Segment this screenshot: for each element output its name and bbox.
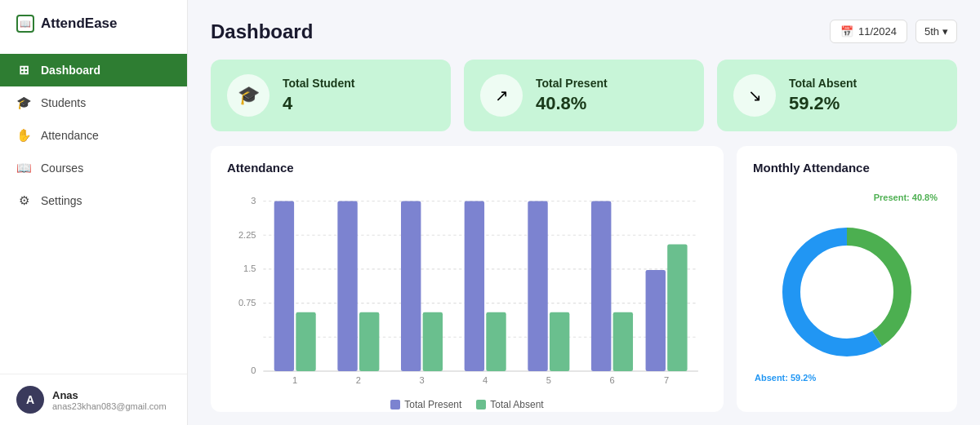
grade-select[interactable]: 5th ▾ bbox=[915, 20, 957, 43]
svg-rect-15 bbox=[359, 312, 379, 371]
bar-chart-area: 3 2.25 1.5 0.75 0 1 2 3 bbox=[227, 183, 707, 394]
total-absent-label: Total Absent bbox=[789, 77, 857, 90]
svg-rect-11 bbox=[274, 201, 294, 371]
stat-card-total-absent: ↘ Total Absent 59.2% bbox=[717, 60, 957, 131]
svg-text:3: 3 bbox=[251, 196, 256, 206]
user-email: anas23khan083@gmail.com bbox=[52, 401, 167, 411]
sidebar-item-settings-label: Settings bbox=[41, 194, 82, 207]
total-present-label: Total Present bbox=[536, 77, 608, 90]
sidebar-item-students-label: Students bbox=[41, 96, 86, 109]
chevron-down-icon: ▾ bbox=[942, 25, 948, 38]
courses-icon: 📖 bbox=[16, 161, 31, 175]
chart-legend: Total Present Total Absent bbox=[227, 399, 707, 410]
legend-absent-swatch bbox=[476, 400, 486, 410]
svg-rect-29 bbox=[646, 270, 666, 371]
grade-value: 5th bbox=[924, 25, 939, 38]
bar-chart-title: Attendance bbox=[227, 161, 707, 175]
svg-rect-21 bbox=[486, 312, 506, 371]
total-student-label: Total Student bbox=[283, 77, 354, 90]
date-button[interactable]: 📅 11/2024 bbox=[830, 20, 907, 43]
svg-text:2.25: 2.25 bbox=[238, 230, 256, 240]
total-present-icon-wrap: ↗ bbox=[480, 74, 523, 117]
total-present-text: Total Present 40.8% bbox=[536, 77, 608, 114]
legend-present-swatch bbox=[390, 400, 400, 410]
svg-text:2: 2 bbox=[356, 375, 361, 385]
date-value: 11/2024 bbox=[858, 25, 897, 38]
legend-present-label: Total Present bbox=[404, 399, 461, 410]
donut-chart-svg bbox=[773, 219, 920, 365]
sidebar-item-settings[interactable]: ⚙ Settings bbox=[0, 184, 187, 217]
attendance-bar-chart-card: Attendance 3 2.25 1.5 0.75 0 bbox=[211, 146, 724, 412]
total-absent-icon-wrap: ↘ bbox=[733, 74, 776, 117]
svg-rect-12 bbox=[296, 312, 315, 371]
svg-text:5: 5 bbox=[546, 375, 551, 385]
svg-rect-17 bbox=[401, 201, 421, 371]
sidebar-item-students[interactable]: 🎓 Students bbox=[0, 86, 187, 119]
sidebar-item-attendance-label: Attendance bbox=[41, 129, 99, 142]
sidebar-item-attendance[interactable]: ✋ Attendance bbox=[0, 119, 187, 152]
sidebar-item-courses-label: Courses bbox=[41, 162, 83, 175]
sidebar-item-dashboard-label: Dashboard bbox=[41, 64, 100, 77]
page-title: Dashboard bbox=[211, 20, 313, 43]
attendance-icon: ✋ bbox=[16, 128, 31, 143]
sidebar: 📖 AttendEase ⊞ Dashboard 🎓 Students ✋ At… bbox=[0, 0, 188, 425]
svg-text:7: 7 bbox=[664, 375, 669, 385]
dashboard-icon: ⊞ bbox=[16, 63, 31, 77]
trending-down-icon: ↘ bbox=[748, 86, 762, 105]
total-absent-value: 59.2% bbox=[789, 93, 857, 114]
total-present-value: 40.8% bbox=[536, 93, 608, 114]
total-student-value: 4 bbox=[283, 93, 354, 114]
bottom-row: Attendance 3 2.25 1.5 0.75 0 bbox=[211, 146, 957, 412]
page-header: Dashboard 📅 11/2024 5th ▾ bbox=[211, 20, 957, 43]
stat-card-total-present: ↗ Total Present 40.8% bbox=[464, 60, 704, 131]
user-info: Anas anas23khan083@gmail.com bbox=[52, 389, 167, 411]
svg-rect-23 bbox=[528, 201, 547, 371]
svg-text:1.5: 1.5 bbox=[243, 263, 256, 273]
svg-text:4: 4 bbox=[483, 375, 488, 385]
svg-text:0.75: 0.75 bbox=[238, 298, 256, 308]
app-name: AttendEase bbox=[41, 15, 118, 32]
svg-rect-24 bbox=[550, 312, 569, 371]
main-content: Dashboard 📅 11/2024 5th ▾ 🎓 Total Studen… bbox=[188, 0, 980, 425]
svg-rect-30 bbox=[667, 244, 687, 370]
svg-text:3: 3 bbox=[419, 375, 424, 385]
svg-text:1: 1 bbox=[292, 375, 297, 385]
donut-label-absent: Absent: 59.2% bbox=[755, 373, 816, 383]
legend-absent-label: Total Absent bbox=[490, 399, 543, 410]
svg-rect-18 bbox=[423, 312, 443, 371]
user-profile: A Anas anas23khan083@gmail.com bbox=[0, 374, 187, 425]
bar-chart-svg: 3 2.25 1.5 0.75 0 1 2 3 bbox=[227, 183, 707, 394]
svg-rect-14 bbox=[337, 201, 357, 371]
donut-chart-area: Present: 40.8% Absent: 59.2% bbox=[753, 183, 941, 401]
legend-present: Total Present bbox=[390, 399, 461, 410]
trending-up-icon: ↗ bbox=[495, 86, 509, 105]
avatar: A bbox=[16, 386, 44, 414]
monthly-attendance-card: Monthly Attendance Present: 40.8% Absent… bbox=[737, 146, 957, 412]
app-logo: 📖 AttendEase bbox=[0, 0, 187, 47]
legend-absent: Total Absent bbox=[476, 399, 543, 410]
svg-rect-27 bbox=[613, 312, 633, 371]
logo-icon: 📖 bbox=[16, 15, 34, 33]
sidebar-item-dashboard[interactable]: ⊞ Dashboard bbox=[0, 54, 187, 86]
calendar-icon: 📅 bbox=[840, 25, 853, 38]
students-icon: 🎓 bbox=[16, 95, 31, 110]
total-student-text: Total Student 4 bbox=[283, 77, 354, 114]
sidebar-nav: ⊞ Dashboard 🎓 Students ✋ Attendance 📖 Co… bbox=[0, 47, 187, 374]
svg-text:6: 6 bbox=[609, 375, 614, 385]
svg-rect-26 bbox=[591, 201, 611, 371]
graduation-icon: 🎓 bbox=[238, 85, 260, 106]
sidebar-item-courses[interactable]: 📖 Courses bbox=[0, 152, 187, 184]
stat-card-total-student: 🎓 Total Student 4 bbox=[211, 60, 451, 131]
total-absent-text: Total Absent 59.2% bbox=[789, 77, 857, 114]
donut-label-present: Present: 40.8% bbox=[874, 193, 938, 202]
svg-text:0: 0 bbox=[251, 365, 256, 375]
donut-chart-title: Monthly Attendance bbox=[753, 161, 941, 175]
header-controls: 📅 11/2024 5th ▾ bbox=[830, 20, 957, 43]
user-name: Anas bbox=[52, 389, 167, 401]
total-student-icon-wrap: 🎓 bbox=[227, 74, 270, 117]
settings-icon: ⚙ bbox=[16, 193, 31, 208]
user-initials: A bbox=[26, 393, 34, 406]
svg-rect-20 bbox=[465, 201, 484, 371]
stats-row: 🎓 Total Student 4 ↗ Total Present 40.8% … bbox=[211, 60, 957, 131]
